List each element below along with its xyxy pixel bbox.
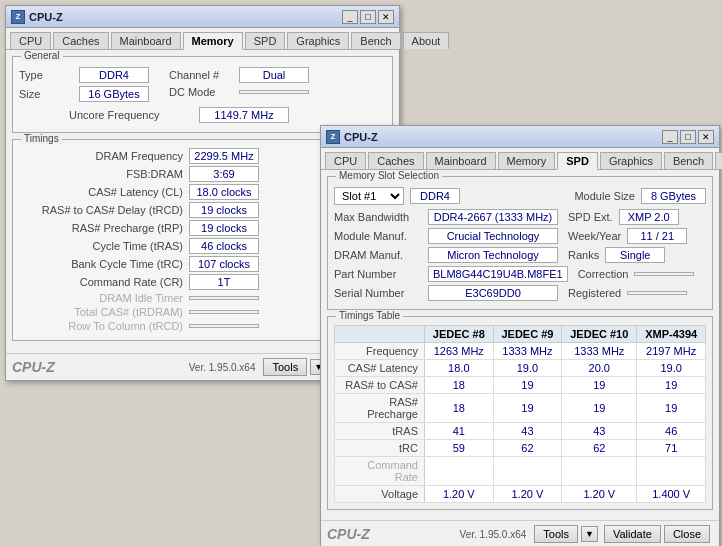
slot-type-value: DDR4 — [410, 188, 460, 204]
module-manuf-label: Module Manuf. — [334, 230, 422, 242]
cas-jedec9: 19.0 — [493, 360, 562, 377]
type-value: DDR4 — [79, 67, 149, 83]
col-jedec8-header: JEDEC #8 — [425, 326, 494, 343]
raspre-jedec8: 18 — [425, 394, 494, 423]
close-btn1[interactable]: ✕ — [378, 10, 394, 24]
version2: Ver. 1.95.0.x64 — [460, 529, 527, 540]
tab-about2[interactable]: About — [715, 152, 722, 169]
table-row: tRC 59 62 62 71 — [335, 440, 706, 457]
timing-label-3: RAS# to CAS# Delay (tRCD) — [19, 204, 189, 216]
tras-jedec10: 43 — [562, 423, 637, 440]
tools-dropdown2[interactable]: ▼ — [581, 526, 598, 542]
tools-btn1[interactable]: Tools — [263, 358, 307, 376]
titlebar2: Z CPU-Z _ □ ✕ — [321, 126, 719, 148]
timing-value-10 — [189, 324, 259, 328]
ranks-value: Single — [605, 247, 665, 263]
spd-ext-value: XMP 2.0 — [619, 209, 679, 225]
minimize-btn1[interactable]: _ — [342, 10, 358, 24]
tras-label: tRAS — [335, 423, 425, 440]
freq-jedec9: 1333 MHz — [493, 343, 562, 360]
serial-value: E3C69DD0 — [428, 285, 558, 301]
minimize-btn2[interactable]: _ — [662, 130, 678, 144]
freq-jedec8: 1263 MHz — [425, 343, 494, 360]
table-row: Frequency 1263 MHz 1333 MHz 1333 MHz 219… — [335, 343, 706, 360]
slot-selector[interactable]: Slot #1 Slot #2 Slot #3 Slot #4 — [334, 187, 404, 205]
tab-spd1[interactable]: SPD — [245, 32, 286, 49]
brand2: CPU-Z — [327, 526, 460, 542]
close-btn2[interactable]: ✕ — [698, 130, 714, 144]
trc-jedec10: 62 — [562, 440, 637, 457]
timing-value-9 — [189, 310, 259, 314]
timings-table-section: Timings Table JEDEC #8 JEDEC #9 JEDEC #1… — [327, 316, 713, 510]
tab-caches2[interactable]: Caches — [368, 152, 423, 169]
freq-xmp: 2197 MHz — [637, 343, 706, 360]
tab-memory2[interactable]: Memory — [498, 152, 556, 169]
tools-btn2[interactable]: Tools — [534, 525, 578, 543]
raspre-label: RAS# Precharge — [335, 394, 425, 423]
channel-value: Dual — [239, 67, 309, 83]
col-jedec9-header: JEDEC #9 — [493, 326, 562, 343]
timing-value-1: 3:69 — [189, 166, 259, 182]
timing-value-3: 19 clocks — [189, 202, 259, 218]
freq-label: Frequency — [335, 343, 425, 360]
validate-btn2[interactable]: Validate — [604, 525, 661, 543]
close-btn-footer2[interactable]: Close — [664, 525, 710, 543]
timing-value-8 — [189, 296, 259, 300]
registered-value — [627, 291, 687, 295]
dram-manuf-value: Micron Technology — [428, 247, 558, 263]
table-row: RAS# to CAS# 18 19 19 19 — [335, 377, 706, 394]
slot-section: Memory Slot Selection Slot #1 Slot #2 Sl… — [327, 176, 713, 310]
channel-label: Channel # — [169, 69, 239, 81]
ras2cas-jedec8: 18 — [425, 377, 494, 394]
tab-bar1: CPU Caches Mainboard Memory SPD Graphics… — [6, 28, 399, 50]
window2-title: CPU-Z — [344, 131, 378, 143]
maximize-btn1[interactable]: □ — [360, 10, 376, 24]
trc-label: tRC — [335, 440, 425, 457]
module-size-value: 8 GBytes — [641, 188, 706, 204]
correction-label: Correction — [578, 268, 629, 280]
footer2: CPU-Z Ver. 1.95.0.x64 Tools ▼ Validate C… — [321, 520, 719, 546]
module-manuf-value: Crucial Technology — [428, 228, 558, 244]
part-value: BLM8G44C19U4B.M8FE1 — [428, 266, 568, 282]
timing-label-5: Cycle Time (tRAS) — [19, 240, 189, 252]
col-xmp-header: XMP-4394 — [637, 326, 706, 343]
tras-jedec9: 43 — [493, 423, 562, 440]
timing-value-7: 1T — [189, 274, 259, 290]
table-row: CAS# Latency 18.0 19.0 20.0 19.0 — [335, 360, 706, 377]
max-bw-value: DDR4-2667 (1333 MHz) — [428, 209, 558, 225]
raspre-jedec10: 19 — [562, 394, 637, 423]
cas-label: CAS# Latency — [335, 360, 425, 377]
timing-label-2: CAS# Latency (CL) — [19, 186, 189, 198]
tab-caches1[interactable]: Caches — [53, 32, 108, 49]
tab-cpu2[interactable]: CPU — [325, 152, 366, 169]
timing-label-7: Command Rate (CR) — [19, 276, 189, 288]
timing-value-2: 18.0 clocks — [189, 184, 259, 200]
tab-spd2[interactable]: SPD — [557, 152, 598, 170]
voltage-label: Voltage — [335, 486, 425, 503]
tab-memory1[interactable]: Memory — [183, 32, 243, 50]
titlebar1: Z CPU-Z _ □ ✕ — [6, 6, 399, 28]
tab-graphics1[interactable]: Graphics — [287, 32, 349, 49]
maximize-btn2[interactable]: □ — [680, 130, 696, 144]
raspre-xmp: 19 — [637, 394, 706, 423]
raspre-jedec9: 19 — [493, 394, 562, 423]
spd-ext-label: SPD Ext. — [568, 211, 613, 223]
col-jedec10-header: JEDEC #10 — [562, 326, 637, 343]
tab-bench1[interactable]: Bench — [351, 32, 400, 49]
general-title: General — [21, 50, 63, 61]
type-label: Type — [19, 69, 79, 81]
size-value: 16 GBytes — [79, 86, 149, 102]
part-label: Part Number — [334, 268, 422, 280]
week-year-label: Week/Year — [568, 230, 621, 242]
tab-mainboard1[interactable]: Mainboard — [111, 32, 181, 49]
window2: Z CPU-Z _ □ ✕ CPU Caches Mainboard Memor… — [320, 125, 720, 546]
tab-bench2[interactable]: Bench — [664, 152, 713, 169]
tab-graphics2[interactable]: Graphics — [600, 152, 662, 169]
tab-about1[interactable]: About — [403, 32, 450, 49]
timings-table: JEDEC #8 JEDEC #9 JEDEC #10 XMP-4394 Fre… — [334, 325, 706, 503]
timing-label-0: DRAM Frequency — [19, 150, 189, 162]
tab-cpu1[interactable]: CPU — [10, 32, 51, 49]
brand1: CPU-Z — [12, 359, 189, 375]
trc-jedec9: 62 — [493, 440, 562, 457]
tab-mainboard2[interactable]: Mainboard — [426, 152, 496, 169]
